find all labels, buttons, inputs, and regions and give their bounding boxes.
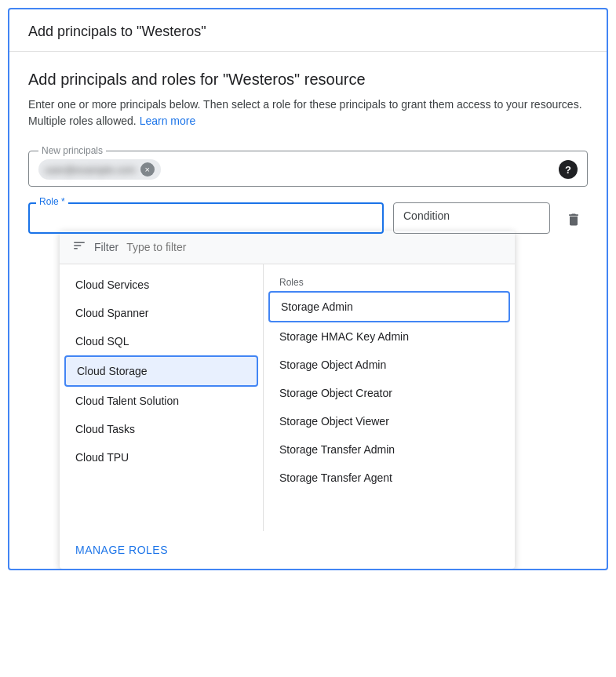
category-item-cloud-services[interactable]: Cloud Services xyxy=(60,271,263,299)
dropdown-content: Cloud ServicesCloud SpannerCloud SQLClou… xyxy=(60,264,515,531)
role-item-storage-transfer-agent[interactable]: Storage Transfer Agent xyxy=(264,464,515,492)
principals-field-inner: user@example.com × ? xyxy=(38,159,578,180)
role-field-legend: Role * xyxy=(36,196,68,207)
help-icon[interactable]: ? xyxy=(559,160,578,179)
dialog-body: Add principals and roles for "Westeros" … xyxy=(9,52,607,569)
learn-more-link[interactable]: Learn more xyxy=(140,115,196,127)
roles-header: Roles xyxy=(264,271,515,291)
principal-email: user@example.com xyxy=(45,164,136,176)
new-principals-label: New principals xyxy=(38,145,106,156)
role-item-storage-admin[interactable]: Storage Admin xyxy=(268,291,510,322)
categories-panel: Cloud ServicesCloud SpannerCloud SQLClou… xyxy=(60,264,264,531)
category-item-cloud-tasks[interactable]: Cloud Tasks xyxy=(60,415,263,443)
category-item-cloud-storage[interactable]: Cloud Storage xyxy=(64,355,258,387)
role-dropdown: Filter Cloud ServicesCloud SpannerCloud … xyxy=(60,231,515,569)
filter-label: Filter xyxy=(94,241,118,253)
dialog-title-bar: Add principals to "Westeros" xyxy=(9,9,607,52)
section-title: Add principals and roles for "Westeros" … xyxy=(28,71,588,89)
role-item-storage-transfer-admin[interactable]: Storage Transfer Admin xyxy=(264,435,515,464)
principal-chip: user@example.com × xyxy=(38,159,161,180)
dialog-title: Add principals to "Westeros" xyxy=(28,24,588,40)
dialog-container: Add principals to "Westeros" Add princip… xyxy=(8,8,608,570)
chip-close-button[interactable]: × xyxy=(140,162,155,177)
filter-bar: Filter xyxy=(60,231,515,264)
manage-roles-link[interactable]: MANAGE ROLES xyxy=(60,531,515,569)
category-item-cloud-spanner[interactable]: Cloud Spanner xyxy=(60,299,263,327)
role-item-storage-object-creator[interactable]: Storage Object Creator xyxy=(264,379,515,407)
role-field-wrapper[interactable]: Role * xyxy=(28,202,384,234)
category-item-cloud-talent-solution[interactable]: Cloud Talent Solution xyxy=(60,387,263,415)
condition-label: Condition xyxy=(403,209,450,222)
role-item-storage-object-viewer[interactable]: Storage Object Viewer xyxy=(264,407,515,435)
filter-icon xyxy=(72,238,86,256)
filter-input[interactable] xyxy=(126,241,502,253)
category-item-cloud-sql[interactable]: Cloud SQL xyxy=(60,327,263,355)
description-text: Enter one or more principals below. Then… xyxy=(28,96,588,129)
description-main: Enter one or more principals below. Then… xyxy=(28,98,582,127)
role-row: Role * Condition xyxy=(28,202,588,234)
category-item-cloud-tpu[interactable]: Cloud TPU xyxy=(60,443,263,471)
condition-field: Condition xyxy=(393,202,550,234)
new-principals-fieldset: New principals user@example.com × ? xyxy=(28,145,588,187)
roles-panel: Roles Storage AdminStorage HMAC Key Admi… xyxy=(264,264,515,531)
role-item-storage-object-admin[interactable]: Storage Object Admin xyxy=(264,351,515,379)
role-item-storage-hmac-key-admin[interactable]: Storage HMAC Key Admin xyxy=(264,322,515,351)
delete-row-button[interactable] xyxy=(560,206,588,234)
